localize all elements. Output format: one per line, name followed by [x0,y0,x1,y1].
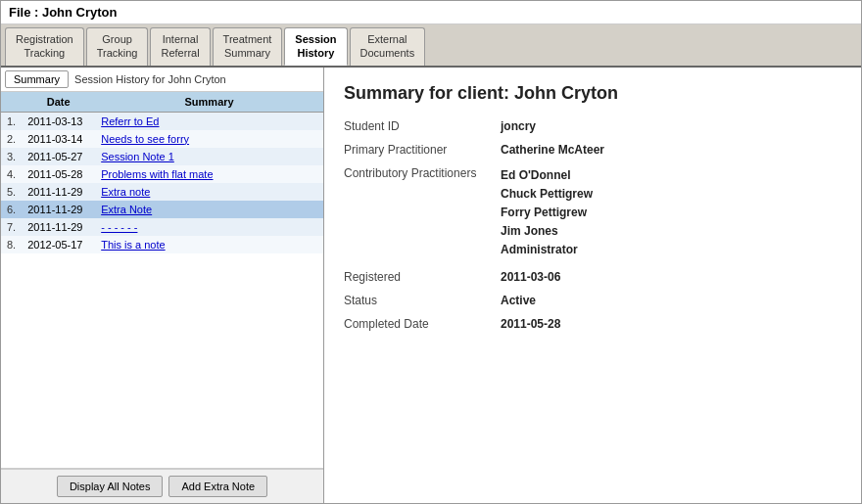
tab-treatment[interactable]: Treatment Summary [213,27,283,66]
row-date: 2011-11-29 [22,201,95,218]
info-label: Completed Date [344,317,501,331]
info-row: Registered2011-03-06 [344,270,841,284]
right-panel: Summary for client: John Cryton Student … [324,68,861,503]
session-table: Date Summary 1.2011-03-13Referr to Ed2.2… [1,92,323,253]
summary-title: Summary for client: John Cryton [344,83,841,104]
info-row: Primary PractitionerCatherine McAteer [344,143,841,157]
summary-tab-button[interactable]: Summary [5,70,69,88]
row-summary[interactable]: Needs to see forry [95,130,323,148]
row-number: 4. [1,165,22,183]
row-number: 6. [1,201,22,218]
table-row[interactable]: 5.2011-11-29Extra note [1,183,323,201]
title-bar: File : John Cryton [1,1,861,24]
row-date: 2011-11-29 [22,183,95,201]
info-label: Student ID [344,119,501,133]
tab-external[interactable]: External Documents [350,27,426,66]
row-summary[interactable]: Extra Note [95,201,323,218]
info-value: Catherine McAteer [501,143,604,157]
col-num-header [1,92,22,113]
left-panel-footer: Display All NotesAdd Extra Note [1,469,323,503]
row-summary[interactable]: Session Note 1 [95,148,323,165]
row-summary[interactable]: - - - - - - [95,218,323,236]
row-number: 7. [1,218,22,236]
left-panel: Summary Session History for John Cryton … [1,68,324,503]
row-date: 2011-03-14 [22,130,95,148]
row-summary[interactable]: Problems with flat mate [95,165,323,183]
row-summary[interactable]: Extra note [95,183,323,201]
info-row: Contributory PractitionersEd O'Donnel Ch… [344,166,841,260]
row-date: 2011-05-28 [22,165,95,183]
row-summary[interactable]: Referr to Ed [95,112,323,130]
display-all-button[interactable]: Display All Notes [57,476,164,497]
info-label: Status [344,294,501,307]
info-value: 2011-05-28 [501,317,560,331]
info-value: 2011-03-06 [501,270,560,284]
info-label: Registered [344,270,501,284]
col-date-header: Date [22,92,95,113]
row-number: 3. [1,148,22,165]
table-row[interactable]: 7.2011-11-29- - - - - - [1,218,323,236]
info-label: Contributory Practitioners [344,166,501,180]
table-row[interactable]: 3.2011-05-27Session Note 1 [1,148,323,165]
info-value: Active [501,294,536,307]
row-date: 2011-11-29 [22,218,95,236]
col-summary-header: Summary [95,92,323,113]
add-extra-button[interactable]: Add Extra Note [168,476,267,497]
table-row[interactable]: 1.2011-03-13Referr to Ed [1,112,323,130]
fields-container: Student IDjoncryPrimary PractitionerCath… [344,119,841,331]
row-number: 5. [1,183,22,201]
info-value: joncry [501,119,536,133]
row-summary[interactable]: This is a note [95,236,323,253]
tab-group[interactable]: Group Tracking [86,27,149,66]
tab-session[interactable]: Session History [284,27,347,66]
session-history-label: Session History for John Cryton [74,73,226,85]
info-row: StatusActive [344,294,841,307]
session-table-body: 1.2011-03-13Referr to Ed2.2011-03-14Need… [1,112,323,253]
row-date: 2012-05-17 [22,236,95,253]
session-table-container[interactable]: Date Summary 1.2011-03-13Referr to Ed2.2… [1,92,323,469]
info-value: Ed O'Donnel Chuck Pettigrew Forry Pettig… [501,166,593,260]
main-content: Summary Session History for John Cryton … [1,68,861,503]
row-number: 8. [1,236,22,253]
row-number: 1. [1,112,22,130]
row-date: 2011-03-13 [22,112,95,130]
tab-registration[interactable]: Registration Tracking [5,27,84,66]
tab-internal[interactable]: Internal Referral [150,27,210,66]
row-date: 2011-05-27 [22,148,95,165]
table-row[interactable]: 6.2011-11-29Extra Note [1,201,323,218]
file-title: File : John Cryton [9,5,118,20]
left-panel-header: Summary Session History for John Cryton [1,68,323,92]
table-row[interactable]: 2.2011-03-14Needs to see forry [1,130,323,148]
tab-bar: Registration TrackingGroup TrackingInter… [1,24,861,68]
table-row[interactable]: 4.2011-05-28Problems with flat mate [1,165,323,183]
info-row: Completed Date2011-05-28 [344,317,841,331]
table-row[interactable]: 8.2012-05-17This is a note [1,236,323,253]
info-label: Primary Practitioner [344,143,501,157]
info-row: Student IDjoncry [344,119,841,133]
row-number: 2. [1,130,22,148]
